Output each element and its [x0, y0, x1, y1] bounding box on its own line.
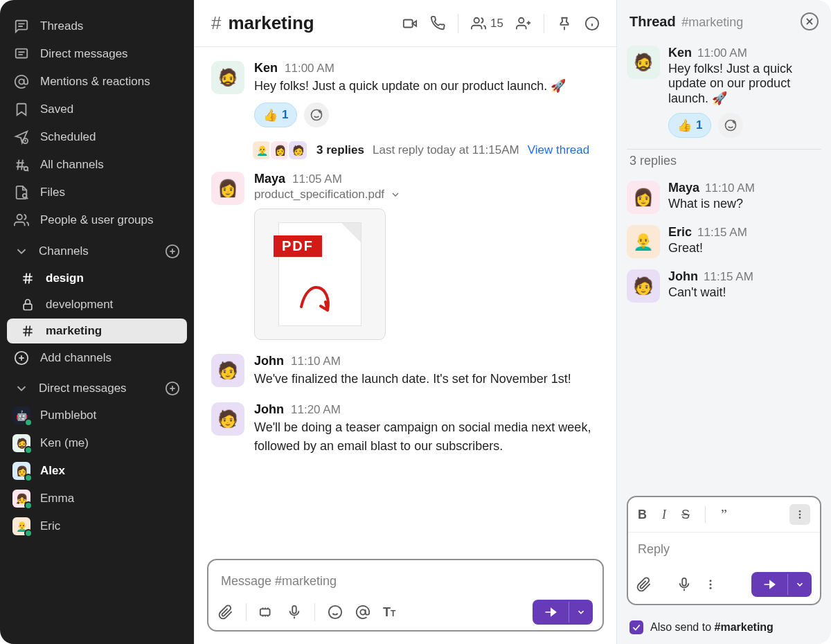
svg-line-26 [26, 326, 27, 337]
message-time: 11:15 AM [704, 270, 753, 283]
add-channel-icon[interactable] [165, 244, 180, 259]
message-author[interactable]: Maya [668, 181, 699, 195]
audio-call-button[interactable] [430, 16, 445, 31]
people-icon [14, 213, 29, 228]
svg-rect-2 [16, 49, 28, 58]
add-channels-label: Add channels [40, 351, 111, 365]
message-time: 11:00 AM [697, 46, 747, 60]
svg-point-64 [799, 514, 801, 516]
dm-item[interactable]: 👨‍🦲Eric [0, 512, 194, 540]
reaction-emoji: 👍 [263, 108, 278, 123]
thread-summary[interactable]: 👨‍🦲👩🧑3 repliesLast reply today at 11:15A… [254, 140, 600, 161]
dm-item[interactable]: 👩Alex [0, 457, 194, 485]
nav-label: People & user groups [40, 213, 154, 227]
message-author[interactable]: John [254, 402, 284, 417]
close-thread-button[interactable] [801, 12, 819, 30]
send-options-button[interactable] [569, 602, 593, 623]
avatar: 🧔 [12, 434, 30, 452]
reply-composer[interactable]: B I S ” [627, 496, 821, 605]
more-format-button[interactable] [789, 504, 810, 525]
strike-button[interactable]: S [681, 508, 690, 522]
message-composer[interactable]: TT [207, 559, 604, 632]
chevron-down-icon [14, 381, 29, 396]
sidebar: ThreadsDirect messagesMentions & reactio… [0, 0, 194, 644]
nav-item-dm[interactable]: Direct messages [0, 40, 194, 68]
attach-button[interactable] [218, 605, 233, 620]
nav-item-saved[interactable]: Saved [0, 96, 194, 123]
reaction-emoji: 👍 [677, 118, 692, 133]
dm-section-header[interactable]: Direct messages [0, 371, 194, 402]
svg-point-68 [710, 584, 712, 586]
dm-item[interactable]: 👧Emma [0, 485, 194, 512]
view-thread-link[interactable]: View thread [528, 143, 589, 157]
avatar: 🧑 [211, 402, 244, 436]
message-text: We've finalized the launch date. It's se… [254, 370, 600, 388]
svg-point-36 [474, 17, 479, 22]
pin-button[interactable] [557, 16, 572, 31]
nav-item-files[interactable]: Files [0, 179, 194, 206]
channels-label: Channels [39, 244, 89, 258]
nav-item-threads[interactable]: Threads [0, 12, 194, 40]
add-dm-icon[interactable] [165, 381, 180, 396]
message-author[interactable]: John [254, 354, 284, 368]
dm-name: Eric [40, 519, 60, 533]
send-button[interactable] [533, 600, 569, 625]
message-author[interactable]: Ken [254, 61, 278, 75]
reaction[interactable]: 👍1 [254, 102, 297, 127]
svg-point-5 [19, 79, 24, 84]
italic-button[interactable]: I [662, 508, 666, 522]
message-author[interactable]: Maya [254, 172, 285, 186]
add-channels-button[interactable]: Add channels [0, 345, 194, 371]
saved-icon [14, 102, 29, 117]
dm-item[interactable]: 🧔Ken (me) [0, 429, 194, 457]
channel-name: development [46, 298, 113, 312]
channels-section-header[interactable]: Channels [0, 234, 194, 265]
message-time: 11:00 AM [285, 62, 334, 75]
nav-item-scheduled[interactable]: Scheduled [0, 123, 194, 151]
channel-item-development[interactable]: development [7, 292, 187, 317]
formatting-button[interactable]: TT [383, 605, 395, 620]
nav-item-allchannels[interactable]: All channels [0, 151, 194, 179]
reply-send-options[interactable] [787, 574, 812, 595]
channel-title[interactable]: # marketing [211, 12, 314, 34]
also-send-checkbox[interactable] [629, 620, 643, 634]
dm-item[interactable]: 🤖Pumblebot [0, 402, 194, 429]
reaction[interactable]: 👍1 [668, 113, 711, 138]
file-attachment[interactable]: product_specification.pdf [254, 188, 600, 202]
add-member-button[interactable] [516, 16, 531, 31]
reply-send-button[interactable] [751, 572, 787, 597]
svg-point-67 [710, 580, 712, 582]
nav-label: Threads [40, 19, 83, 33]
video-call-button[interactable] [402, 16, 418, 31]
file-preview[interactable]: PDF [254, 208, 386, 340]
message-author[interactable]: John [668, 269, 698, 283]
reply-audio-button[interactable] [677, 577, 692, 592]
message-author[interactable]: Ken [668, 46, 692, 60]
reply-more-button[interactable] [704, 578, 717, 591]
dm-name: Ken (me) [40, 436, 89, 450]
reply-attach-button[interactable] [636, 577, 652, 592]
audio-record-button[interactable] [287, 605, 302, 620]
svg-point-50 [329, 606, 341, 618]
svg-line-21 [26, 274, 27, 284]
nav-item-mentions[interactable]: Mentions & reactions [0, 68, 194, 96]
mention-button[interactable] [355, 605, 370, 620]
bold-button[interactable]: B [638, 508, 647, 522]
add-reaction-button[interactable] [718, 113, 743, 138]
channel-item-marketing[interactable]: marketing [7, 319, 187, 343]
emoji-button[interactable] [328, 605, 343, 620]
nav-item-people[interactable]: People & user groups [0, 206, 194, 234]
info-button[interactable] [584, 16, 600, 31]
add-reaction-button[interactable] [304, 102, 329, 127]
allchannels-icon [14, 157, 29, 172]
quote-button[interactable]: ” [721, 507, 727, 523]
members-button[interactable]: 15 [471, 16, 503, 31]
presence-indicator [24, 418, 33, 427]
nav-label: Mentions & reactions [40, 75, 150, 89]
dm-icon [14, 46, 29, 62]
message-input[interactable] [218, 567, 593, 596]
message-author[interactable]: Eric [668, 225, 692, 239]
video-record-button[interactable] [259, 605, 274, 620]
reply-input[interactable] [628, 533, 820, 566]
channel-item-design[interactable]: design [7, 266, 187, 291]
